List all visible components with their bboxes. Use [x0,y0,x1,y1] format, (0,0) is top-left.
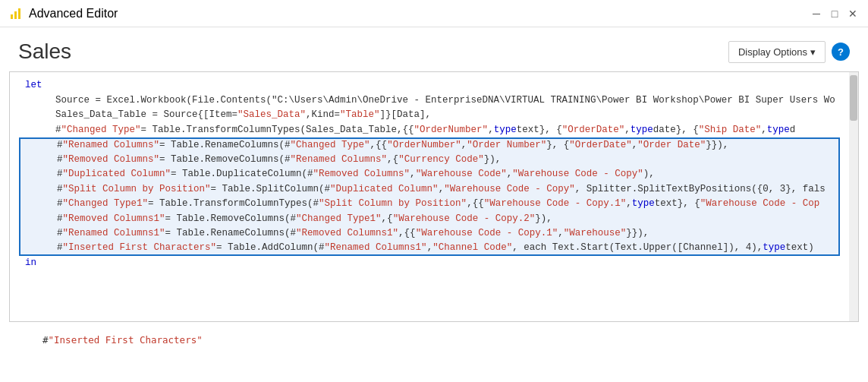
close-button[interactable]: ✕ [847,8,859,20]
help-button[interactable]: ? [832,43,850,61]
svg-rect-0 [11,14,13,19]
editor-main[interactable]: letSource = Excel.Workbook(File.Contents… [10,72,849,321]
scrollbar[interactable] [849,72,858,321]
page-title: Sales [18,39,71,64]
title-bar-controls: ─ □ ✕ [810,8,859,20]
title-bar: Advanced Editor ─ □ ✕ [0,0,868,27]
header-area: Sales Display Options ▾ ? [0,27,868,71]
title-bar-text: Advanced Editor [29,7,118,21]
minimize-button[interactable]: ─ [810,8,822,20]
code-line: #"Renamed Columns1" = Table.RenameColumn… [19,226,840,242]
code-area: letSource = Excel.Workbook(File.Contents… [10,78,849,271]
display-options-button[interactable]: Display Options ▾ [728,41,826,63]
chevron-down-icon: ▾ [810,46,816,58]
scrollbar-thumb[interactable] [850,75,857,121]
code-line: #"Removed Columns" = Table.RemoveColumns… [19,153,840,168]
code-line: #"Removed Columns1" = Table.RemoveColumn… [19,212,840,227]
code-line: #"Inserted First Characters" = Table.Add… [19,242,840,257]
code-line: Source = Excel.Workbook(File.Contents("C… [19,93,840,109]
code-line: Sales_Data_Table = Source{[Item="Sales_D… [19,108,840,123]
footer-area: #"Inserted First Characters" [0,331,868,349]
code-line: #"Renamed Columns" = Table.RenameColumns… [19,137,840,153]
code-line: #"Split Column by Position" = Table.Spli… [19,182,840,197]
code-line: #"Changed Type" = Table.TransformColumnT… [19,123,840,138]
header-right: Display Options ▾ ? [728,41,850,63]
display-options-label: Display Options [738,46,807,58]
powerbi-icon [9,7,23,21]
code-line: #"Changed Type1" = Table.TransformColumn… [19,197,840,212]
maximize-button[interactable]: □ [829,8,841,20]
editor-container: letSource = Excel.Workbook(File.Contents… [9,71,859,322]
title-bar-left: Advanced Editor [9,7,118,21]
code-line: let [19,78,840,93]
code-line: in [19,256,840,271]
code-line: #"Duplicated Column" = Table.DuplicateCo… [19,167,840,182]
svg-rect-2 [18,8,20,19]
svg-rect-1 [14,11,17,19]
